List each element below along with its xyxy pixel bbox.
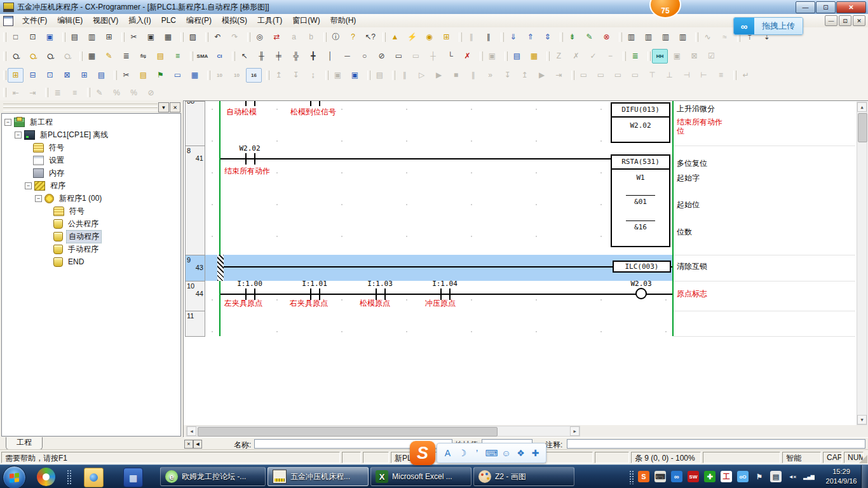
instruction-box-ilc[interactable]: ILC(003) xyxy=(613,261,671,273)
download-to-plc-button[interactable]: ⇓ xyxy=(505,30,521,44)
monitor-hex-button[interactable]: 16 xyxy=(246,68,262,83)
drag-upload-button[interactable]: ∞ 拖拽上传 xyxy=(733,17,803,35)
previous-rung-button[interactable]: ⇤ xyxy=(8,85,24,100)
keyboard-tray-icon[interactable]: ⌨ xyxy=(654,471,666,482)
antivirus-icon[interactable]: ✚ xyxy=(704,471,715,482)
menu-item-9[interactable]: 帮助(H) xyxy=(325,15,362,26)
align-top-button[interactable]: ⊤ xyxy=(644,68,660,83)
force-on-button[interactable]: Z xyxy=(551,49,567,64)
contact-address[interactable]: W2.02 xyxy=(231,144,269,152)
percent-button[interactable]: % xyxy=(109,85,125,100)
scroll-up-button[interactable]: ▲ xyxy=(857,102,867,112)
grid-button[interactable]: ▦ xyxy=(84,49,100,64)
binary-monitor-button[interactable]: ▦ xyxy=(187,68,203,83)
properties-window-button[interactable]: ▤ xyxy=(93,68,109,83)
minimize-button[interactable]: — xyxy=(796,1,815,13)
pause-monitor-button[interactable]: ∥ xyxy=(480,30,496,44)
omron-tray-icon[interactable]: 工 xyxy=(721,471,732,482)
close-fields-button[interactable]: ✕ xyxy=(184,440,193,449)
ladder-editor[interactable]: 38 8 41 9 43 10 44 11 自动松模 松模到位信号 DIFU(0… xyxy=(183,100,868,438)
force-reset-button[interactable]: ↧ xyxy=(288,68,304,83)
rung-comment-box-button[interactable]: ▭ xyxy=(576,68,592,83)
tray-grip[interactable] xyxy=(629,470,634,484)
work-online-button[interactable]: ▲ xyxy=(387,30,403,44)
restore-button[interactable]: ⊡ xyxy=(816,1,836,13)
menu-item-1[interactable]: 编辑(E) xyxy=(52,15,88,26)
rung-margin-8[interactable]: 8 41 xyxy=(185,146,205,255)
local-symbols-button[interactable]: ≡ xyxy=(170,49,186,64)
coil-address[interactable]: W2.03 xyxy=(622,280,660,288)
attach-comment-button[interactable]: ▭ xyxy=(610,68,626,83)
output-window-button[interactable]: ⊟ xyxy=(25,68,41,83)
tree-item-symbols[interactable]: 符号 xyxy=(2,141,180,154)
compile-button[interactable]: ▤ xyxy=(67,30,83,44)
chevron-down-icon[interactable]: ▼ xyxy=(158,102,169,112)
force-set-button[interactable]: ↥ xyxy=(271,68,287,83)
comment-input[interactable] xyxy=(567,439,865,449)
volume-muted-icon[interactable]: ◄× xyxy=(787,471,798,482)
step-out-button[interactable]: ↥ xyxy=(517,68,532,83)
monitor-button[interactable]: ◉ xyxy=(421,30,437,44)
pin-comment-button[interactable]: ▭ xyxy=(627,68,643,83)
simulator-button[interactable]: ▣ xyxy=(330,68,346,83)
style-button[interactable]: ✎ xyxy=(92,85,107,100)
rung-edit-toggle[interactable]: ≡ xyxy=(67,85,83,100)
mdi-minimize-button[interactable]: — xyxy=(825,15,837,26)
menu-item-3[interactable]: 插入(I) xyxy=(123,15,156,26)
browser-360-icon[interactable] xyxy=(37,468,55,486)
cancel-online-edit-button[interactable]: ⊗ xyxy=(599,30,614,44)
tree-item-program1[interactable]: −新程序1 (00) xyxy=(2,192,180,205)
closed-contact-tool[interactable]: ╪ xyxy=(271,49,287,64)
tree-item-end-section[interactable]: END xyxy=(2,255,180,268)
tree-item-new-project[interactable]: −新工程 xyxy=(2,116,180,128)
step-run-button[interactable]: » xyxy=(482,68,498,83)
contact-address[interactable]: I:1.04 xyxy=(426,280,464,288)
output-coil[interactable] xyxy=(635,288,647,299)
info-button[interactable]: ⓘ xyxy=(328,30,344,44)
force-cancel-button[interactable]: ↨ xyxy=(305,68,321,83)
contact-address[interactable]: I:1.01 xyxy=(295,280,334,288)
ime-mode-icon[interactable]: A xyxy=(440,448,455,458)
tree-item-program1-symbols[interactable]: 符号 xyxy=(2,205,180,217)
coil-tool[interactable]: ○ xyxy=(356,49,372,64)
scroll-down-button[interactable]: ▼ xyxy=(857,415,867,424)
immediate-refresh-button[interactable]: ▣ xyxy=(484,49,500,64)
compare-with-plc-button[interactable]: ⇕ xyxy=(539,30,555,44)
paste-special-button[interactable]: ▨ xyxy=(185,30,201,44)
or-closed-contact-tool[interactable]: ╋ xyxy=(305,49,321,64)
taskbar-grip[interactable] xyxy=(67,470,72,485)
expand-toggle[interactable]: − xyxy=(25,182,32,189)
menu-item-8[interactable]: 窗口(W) xyxy=(287,15,325,26)
pause-run-button[interactable]: ∥ xyxy=(465,68,481,83)
ime-skin-icon[interactable]: ❖ xyxy=(513,448,528,458)
zoom-fit-button[interactable]: Q xyxy=(57,45,78,67)
ratio-button[interactable]: % xyxy=(126,85,142,100)
distribute-button[interactable]: ≡ xyxy=(713,68,729,83)
start-button[interactable] xyxy=(3,466,26,488)
expand-toggle[interactable]: − xyxy=(15,132,22,139)
new-button[interactable]: □ xyxy=(8,30,24,44)
close-icon[interactable]: ✕ xyxy=(170,102,180,112)
expand-toggle[interactable]: − xyxy=(4,119,11,126)
check-pane-button[interactable]: ☑ xyxy=(703,49,719,64)
horizontal-tool[interactable]: ─ xyxy=(339,49,355,64)
stop-button[interactable]: ■ xyxy=(448,68,464,83)
mdi-close-button[interactable]: ✕ xyxy=(853,15,865,26)
instruction-tool[interactable]: ▭ xyxy=(391,49,407,64)
expansion-tool[interactable]: ┼ xyxy=(425,49,441,64)
action-center-icon[interactable]: ⚑ xyxy=(754,471,765,482)
horizontal-scroll-thumb[interactable] xyxy=(198,427,498,437)
clear-style-button[interactable]: ⊘ xyxy=(143,85,159,100)
ime-punct-icon[interactable]: ’ xyxy=(470,448,484,458)
open-button[interactable]: ⊡ xyxy=(25,30,41,44)
force-off-button[interactable]: ✗ xyxy=(568,49,584,64)
instruction-box-difu[interactable]: DIFU(013) W2.02 xyxy=(611,102,670,143)
contact-address[interactable]: I:1.03 xyxy=(361,280,399,288)
delete-line-tool[interactable]: ✗ xyxy=(459,49,475,64)
rung-margin-9[interactable]: 9 43 xyxy=(185,255,205,281)
contact-tool[interactable]: ╫ xyxy=(254,49,269,64)
align-bottom-button[interactable]: ⊥ xyxy=(661,68,677,83)
explorer-icon[interactable] xyxy=(84,468,104,487)
symbol-bar-button[interactable]: ▤ xyxy=(153,49,168,64)
clipboard-tray-icon[interactable]: ▤ xyxy=(770,471,782,482)
